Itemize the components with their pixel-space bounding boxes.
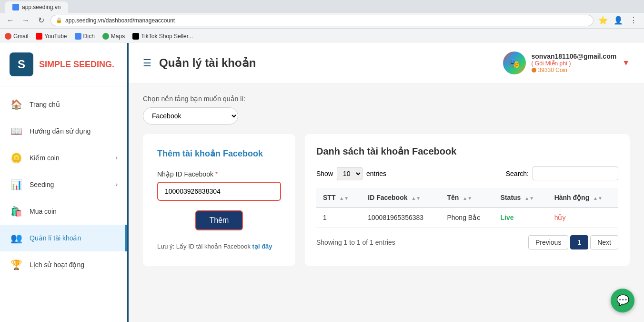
user-email: sonvan181106@gmail.com xyxy=(532,52,617,60)
refresh-button[interactable]: ↻ xyxy=(35,15,47,26)
app-container: S SIMPLE SEEDING. 🏠 Trang chủ 📖 Hướng dẫ… xyxy=(0,43,644,322)
search-input[interactable] xyxy=(533,166,618,180)
gmail-icon xyxy=(5,33,11,40)
previous-button[interactable]: Previous xyxy=(528,235,568,249)
sidebar-item-quan-li-label: Quản lí tài khoản xyxy=(30,234,81,242)
add-account-card: Thêm tài khoản Facebook Nhập ID Facebook… xyxy=(143,134,295,266)
sidebar-item-seeding[interactable]: 📊 Seeding › xyxy=(0,171,127,198)
logo-letter: S xyxy=(18,58,25,71)
sidebar-item-huong-dan[interactable]: 📖 Hướng dẫn sử dụng xyxy=(0,118,127,145)
logo-text: SIMPLE SEEDING. xyxy=(39,60,114,70)
table-head: STT ▲▼ ID Facebook ▲▼ Tên ▲▼ xyxy=(316,188,618,208)
cell-status: Live xyxy=(494,208,548,228)
sidebar-item-huong-dan-label: Hướng dẫn sử dụng xyxy=(30,127,91,135)
accounts-table: STT ▲▼ ID Facebook ▲▼ Tên ▲▼ xyxy=(316,188,618,228)
sidebar-item-trang-chu-label: Trang chủ xyxy=(30,101,60,108)
user-coin: 39330 Coin xyxy=(532,67,617,73)
bookmark-maps[interactable]: Maps xyxy=(102,33,125,40)
address-bar[interactable]: 🔒 app.seeding.vn/dashboard/manageaccount xyxy=(50,15,594,26)
status-badge: Live xyxy=(501,214,514,221)
note-link[interactable]: tại đây xyxy=(252,243,272,250)
pagination-controls: Previous 1 Next xyxy=(528,235,618,249)
cell-stt: 1 xyxy=(316,208,361,228)
chat-fab-button[interactable]: 💬 xyxy=(611,289,634,312)
next-button[interactable]: Next xyxy=(590,235,618,249)
bookmark-gmail[interactable]: Gmail xyxy=(5,33,28,40)
col-id-label: ID Facebook xyxy=(368,194,407,201)
forward-button[interactable]: → xyxy=(20,15,31,26)
bookmark-tiktok[interactable]: TikTok Shop Seller... xyxy=(132,33,193,40)
field-label: Nhập ID Facebook * xyxy=(157,170,281,178)
sort-arrows-status[interactable]: ▲▼ xyxy=(524,196,534,201)
sidebar-item-trang-chu[interactable]: 🏠 Trang chủ xyxy=(0,91,127,118)
chevron-right-icon: › xyxy=(116,155,118,161)
lock-icon: 🔒 xyxy=(56,17,62,23)
main-header: ☰ Quản lý tài khoản 🎭 sonvan181106@gmail… xyxy=(129,43,644,83)
coin-amount: 39330 Coin xyxy=(538,67,567,73)
pagination-info: Showing 1 to 1 of 1 entries xyxy=(316,239,395,246)
sort-arrows-id[interactable]: ▲▼ xyxy=(411,196,421,201)
add-account-title: Thêm tài khoản Facebook xyxy=(157,148,281,159)
sort-arrows-stt[interactable]: ▲▼ xyxy=(339,196,349,201)
bookmark-tiktok-label: TikTok Shop Seller... xyxy=(141,33,193,40)
maps-icon xyxy=(102,33,109,40)
platform-select[interactable]: Facebook Instagram Twitter TikTok xyxy=(143,107,238,125)
table-header-row: STT ▲▼ ID Facebook ▲▼ Tên ▲▼ xyxy=(316,188,618,208)
sidebar-item-mua-coin[interactable]: 🛍️ Mua coin xyxy=(0,198,127,225)
tiktok-icon xyxy=(132,33,139,40)
youtube-icon xyxy=(36,33,42,40)
two-column-layout: Thêm tài khoản Facebook Nhập ID Facebook… xyxy=(143,134,630,266)
table-controls: Show 10 25 50 entries Search: xyxy=(316,166,618,180)
browser-tabs: app.seeding.vn xyxy=(0,0,644,13)
content-area: Chọn nền tảng bạn muốn quản lí: Facebook… xyxy=(129,83,644,278)
col-hanh-dong-label: Hành động xyxy=(554,194,590,201)
browser-chrome: app.seeding.vn ← → ↻ 🔒 app.seeding.vn/da… xyxy=(0,0,644,29)
search-area: Search: xyxy=(506,166,618,180)
sort-arrows-ten[interactable]: ▲▼ xyxy=(463,196,472,201)
field-label-text: Nhập ID Facebook xyxy=(157,170,213,178)
cancel-action-button[interactable]: hủy xyxy=(554,214,566,221)
sidebar-item-lich-su[interactable]: 🏆 Lịch sử hoạt động xyxy=(0,251,127,278)
entries-select[interactable]: 10 25 50 xyxy=(337,167,362,180)
bookmark-gmail-label: Gmail xyxy=(13,33,28,40)
extensions-button[interactable]: ⭐ xyxy=(597,15,609,26)
sidebar: S SIMPLE SEEDING. 🏠 Trang chủ 📖 Hướng dẫ… xyxy=(0,43,129,322)
user-plan: ( Gói Miễn phí ) xyxy=(532,60,617,67)
page-1-button[interactable]: 1 xyxy=(570,235,588,249)
sidebar-item-quan-li[interactable]: 👥 Quản lí tài khoản xyxy=(0,225,127,251)
col-ten: Tên ▲▼ xyxy=(440,188,493,208)
chart-icon: 📊 xyxy=(10,178,23,191)
col-ten-label: Tên xyxy=(447,194,459,201)
user-avatar: 🎭 xyxy=(503,52,526,74)
table-row: 1 100081965356383 Phong Bắc Live hủy xyxy=(316,208,618,228)
cell-ten: Phong Bắc xyxy=(440,208,493,228)
active-tab[interactable]: app.seeding.vn xyxy=(5,1,68,13)
profile-button[interactable]: 👤 xyxy=(613,15,624,26)
translate-icon xyxy=(75,33,81,40)
tab-favicon xyxy=(12,4,19,10)
add-account-button[interactable]: Thêm xyxy=(195,210,243,230)
menu-button[interactable]: ⋮ xyxy=(628,15,639,26)
bookmark-youtube[interactable]: YouTube xyxy=(36,33,67,40)
search-label: Search: xyxy=(506,170,529,177)
bookmark-youtube-label: YouTube xyxy=(44,33,67,40)
platform-label: Chọn nền tảng bạn muốn quản lí: xyxy=(143,95,630,103)
pagination-area: Showing 1 to 1 of 1 entries Previous 1 N… xyxy=(316,235,618,249)
sort-arrows-hanh-dong[interactable]: ▲▼ xyxy=(593,196,603,201)
logo-icon: S xyxy=(10,52,33,76)
facebook-id-input[interactable] xyxy=(157,182,281,201)
sidebar-item-mua-coin-label: Mua coin xyxy=(30,208,57,215)
header-left: ☰ Quản lý tài khoản xyxy=(143,56,256,70)
address-text: app.seeding.vn/dashboard/manageaccount xyxy=(65,17,175,24)
header-right: 🎭 sonvan181106@gmail.com ( Gói Miễn phí … xyxy=(503,52,630,74)
back-button[interactable]: ← xyxy=(5,15,16,26)
bag-icon: 🛍️ xyxy=(10,205,23,218)
col-id-facebook: ID Facebook ▲▼ xyxy=(361,188,440,208)
hamburger-icon[interactable]: ☰ xyxy=(143,57,151,69)
note-text-content: Lưu ý: Lấy ID tài khoản Facebook xyxy=(157,243,252,250)
user-dropdown-arrow[interactable]: ▼ xyxy=(622,59,630,67)
sidebar-item-kiem-coin-label: Kiếm coin xyxy=(30,154,60,162)
main-content: ☰ Quản lý tài khoản 🎭 sonvan181106@gmail… xyxy=(129,43,644,322)
sidebar-item-kiem-coin[interactable]: 🪙 Kiếm coin › xyxy=(0,145,127,171)
bookmark-dich[interactable]: Dịch xyxy=(75,33,95,40)
